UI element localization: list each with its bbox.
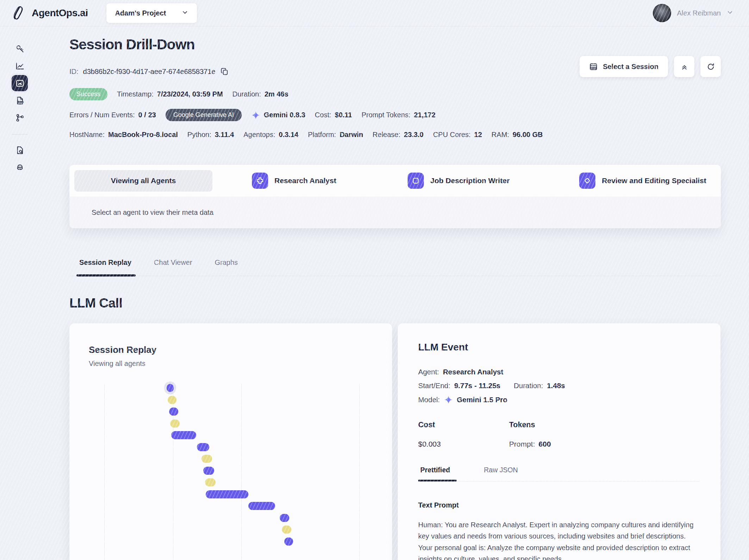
sidebar-item-analytics[interactable] [12,58,28,74]
timestamp-label: Timestamp: [117,90,154,98]
sidebar: DOC [0,26,39,560]
timestamp-value: 7/23/2024, 03:59 PM [157,90,223,98]
event-cost-label: Cost [418,421,509,429]
replay-event-bar[interactable] [203,467,214,475]
agent-tab-label: Research Analyst [274,176,336,185]
viewing-all-agents-tab[interactable]: Viewing all Agents [74,170,212,192]
replay-event-bar[interactable] [284,537,293,546]
session-id-value: d3b86b2c-f930-4d17-aee7-674e6858371e [83,68,216,76]
event-agent-label: Agent: [418,368,439,376]
project-selector[interactable]: Adam's Project [106,3,197,23]
chevron-down-icon [726,9,733,17]
cost-value: $0.11 [335,111,352,119]
agent-tab-review-editing-specialist[interactable]: Review and Editing Specialist [579,173,706,189]
sidebar-item-github[interactable] [12,110,28,126]
agent-tab-label: Review and Editing Specialist [602,176,706,185]
replay-subtitle: Viewing all agents [89,360,373,368]
tab-session-replay[interactable]: Session Replay [79,259,131,276]
app-header: AgentOps.ai Adam's Project Alex Reibman [0,0,749,26]
replay-event-bar[interactable] [280,514,289,522]
replay-event-bar[interactable] [167,384,174,392]
session-replay-card: Session Replay Viewing all agents [69,323,392,560]
replay-event-bar[interactable] [206,490,249,498]
header-actions: Select a Session [580,56,721,77]
sidebar-item-discord[interactable] [12,159,28,175]
tab-chat-viewer[interactable]: Chat Viewer [154,259,192,276]
avatar[interactable] [653,4,671,22]
replay-event-bar[interactable] [171,431,196,439]
tab-raw-json[interactable]: Raw JSON [484,466,518,481]
host-label: Agentops: [243,131,275,139]
copy-id-button[interactable] [220,67,229,76]
replay-event-bar[interactable] [282,525,291,534]
event-startend-value: 9.77s - 11.25s [454,381,500,390]
main-content: Session Drill-Down Select a Session ID: … [39,26,749,560]
replay-event-bar[interactable] [248,502,275,510]
agents-hint: Select an agent to view their meta data [69,197,721,228]
text-prompt-content: Human: You are Research Analyst. Expert … [418,519,700,560]
agent-tabs: Viewing all Agents Research Analyst Job … [69,165,721,197]
git-branch-icon [15,113,25,123]
llm-call-heading: LLM Call [69,296,721,311]
gemini-icon [444,395,453,404]
sidebar-item-documentation[interactable] [12,142,28,158]
llm-event-card: LLM Event Agent: Research Analyst Start/… [398,323,720,560]
key-icon [15,44,25,54]
line-chart-icon [15,61,25,71]
chevrons-up-icon [680,62,689,71]
event-tabs: Prettified Raw JSON [418,466,700,481]
errors-value: 0 / 23 [138,111,156,119]
host-value: Darwin [340,131,363,139]
sidebar-item-docs[interactable]: DOC [12,92,28,108]
chart-gridline [104,384,105,560]
text-prompt-label: Text Prompt [418,501,700,509]
replay-event-bar[interactable] [168,396,176,404]
event-model-value: Gemini 1.5 Pro [457,396,508,404]
event-tokens-label: Tokens [509,421,600,429]
replay-event-bar[interactable] [205,478,216,486]
brand: AgentOps.ai [11,4,88,22]
brand-name: AgentOps.ai [32,7,88,19]
select-session-button[interactable]: Select a Session [580,56,668,77]
host-value: MacBook-Pro-8.local [108,131,178,139]
job-description-writer-icon [408,173,424,189]
llm-event-title: LLM Event [418,342,700,353]
agent-tab-research-analyst[interactable]: Research Analyst [252,173,336,189]
refresh-button[interactable] [700,56,721,77]
event-time-row: Start/End: 9.77s - 11.25s Duration: 1.48… [418,381,700,390]
tab-prettified[interactable]: Prettified [420,466,450,481]
refresh-icon [706,62,715,71]
file-search-icon [15,145,25,155]
event-agent-row: Agent: Research Analyst [418,368,700,376]
session-id-label: ID: [69,68,79,76]
host-label: RAM: [491,131,509,139]
prompt-tokens-label: Prompt Tokens: [361,111,410,119]
duration-value: 2m 46s [265,90,289,98]
replay-event-bar[interactable] [169,407,178,416]
user-menu[interactable]: Alex Reibman [653,4,733,22]
host-value: 23.3.0 [404,131,424,139]
host-label: Python: [187,131,211,139]
project-name: Adam's Project [115,9,166,17]
collapse-button[interactable] [674,56,694,77]
prompt-tokens-value: 21,172 [414,111,435,119]
session-host-row: HostName:MacBook-Pro-8.local Python:3.11… [69,131,721,139]
replay-gantt-chart[interactable] [85,384,373,560]
sidebar-item-session-drilldown[interactable] [12,75,28,91]
host-value: 3.11.4 [215,131,234,139]
chevron-down-icon [181,9,188,18]
event-model-row: Model: Gemini 1.5 Pro [418,395,700,404]
replay-event-bar[interactable] [197,443,209,451]
page-title: Session Drill-Down [69,36,721,53]
replay-event-bar[interactable] [202,455,212,463]
host-value: 12 [474,131,482,139]
agent-tab-job-description-writer[interactable]: Job Description Writer [408,173,509,189]
sidebar-item-api-keys[interactable] [12,41,28,57]
session-status-row: Success Timestamp:7/23/2024, 03:59 PM Du… [69,88,721,100]
event-prompt-label: Prompt: [509,440,535,448]
provider-badge: Google Generative AI [166,109,242,121]
status-badge: Success [69,88,107,100]
tab-graphs[interactable]: Graphs [215,259,238,276]
replay-event-bar[interactable] [170,419,180,428]
event-cost-value: $0.003 [418,440,441,448]
